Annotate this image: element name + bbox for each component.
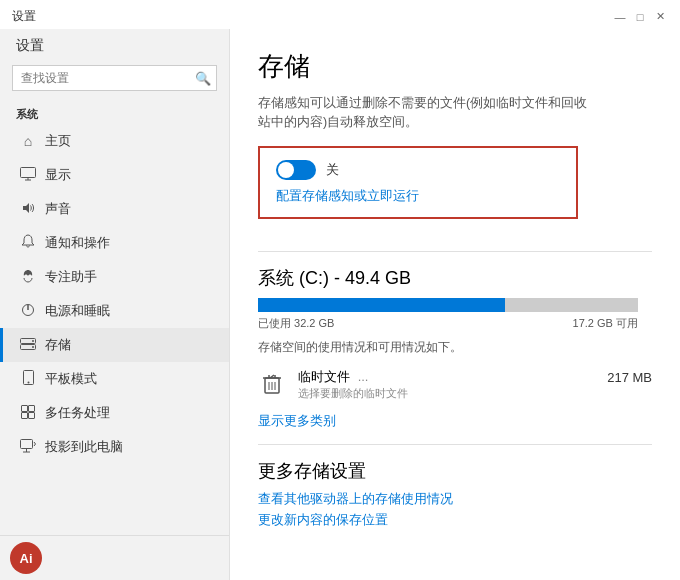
storage-used-label: 已使用 32.2 GB [258, 316, 334, 331]
temp-file-name: 临时文件 ... [298, 368, 595, 386]
sidebar-item-label: 显示 [45, 166, 71, 184]
storage-labels: 已使用 32.2 GB 17.2 GB 可用 [258, 316, 638, 331]
sound-icon [19, 201, 37, 218]
svg-rect-12 [22, 405, 28, 411]
power-icon [19, 303, 37, 320]
more-storage-title: 更多存储设置 [258, 459, 652, 483]
toggle-label: 关 [326, 161, 339, 179]
sidebar-item-label: 电源和睡眠 [45, 302, 110, 320]
svg-point-8 [32, 340, 34, 342]
svg-rect-13 [29, 405, 35, 411]
more-links: 查看其他驱动器上的存储使用情况 更改新内容的保存位置 [258, 491, 652, 529]
svg-marker-3 [23, 203, 29, 213]
sidebar-title: 设置 [0, 29, 229, 59]
sidebar-item-label: 存储 [45, 336, 71, 354]
sidebar-item-display[interactable]: 显示 [0, 158, 229, 192]
temp-file-sub: 选择要删除的临时文件 [298, 386, 595, 401]
temp-file-size: 217 MB [607, 370, 652, 385]
other-drives-link[interactable]: 查看其他驱动器上的存储使用情况 [258, 491, 652, 508]
storage-free-label: 17.2 GB 可用 [573, 316, 638, 331]
section-divider [258, 251, 652, 252]
sidebar-item-label: 通知和操作 [45, 234, 110, 252]
page-title: 存储 [258, 49, 652, 84]
sidebar-section-label: 系统 [0, 97, 229, 124]
toggle-row: 关 [276, 160, 560, 180]
sidebar-item-tablet[interactable]: 平板模式 [0, 362, 229, 396]
storage-sense-box: 关 配置存储感知或立即运行 [258, 146, 578, 219]
multitask-icon [19, 405, 37, 422]
storage-bar-container [258, 298, 638, 312]
storage-bar-used [258, 298, 505, 312]
toggle-knob [278, 162, 294, 178]
close-button[interactable]: ✕ [652, 9, 668, 25]
focus-icon [19, 269, 37, 286]
svg-rect-15 [29, 412, 35, 418]
sidebar-item-multitask[interactable]: 多任务处理 [0, 396, 229, 430]
display-icon [19, 167, 37, 184]
sidebar-item-label: 专注助手 [45, 268, 97, 286]
window-title: 设置 [12, 8, 36, 25]
svg-rect-14 [22, 412, 28, 418]
svg-point-11 [27, 382, 29, 384]
storage-icon [19, 337, 37, 353]
search-container: 🔍 [12, 65, 217, 91]
sidebar-item-storage[interactable]: 存储 [0, 328, 229, 362]
storage-desc: 存储空间的使用情况和可用情况如下。 [258, 339, 652, 356]
project-icon [19, 439, 37, 456]
search-icon: 🔍 [195, 71, 211, 86]
bottom-bar: Ai [0, 535, 229, 580]
storage-sense-toggle[interactable] [276, 160, 316, 180]
settings-window: 设置 — □ ✕ 设置 🔍 系统 ⌂ 主页 [0, 0, 680, 580]
temp-files-row: 临时文件 ... 选择要删除的临时文件 217 MB [258, 368, 652, 401]
avatar[interactable]: Ai [10, 542, 42, 574]
window-controls: — □ ✕ [612, 9, 668, 25]
config-link[interactable]: 配置存储感知或立即运行 [276, 189, 419, 203]
search-input[interactable] [12, 65, 217, 91]
temp-file-info: 临时文件 ... 选择要删除的临时文件 [298, 368, 595, 401]
more-section-divider [258, 444, 652, 445]
sidebar-item-power[interactable]: 电源和睡眠 [0, 294, 229, 328]
sidebar: 设置 🔍 系统 ⌂ 主页 显示 [0, 29, 230, 580]
notifications-icon [19, 234, 37, 252]
home-icon: ⌂ [19, 133, 37, 149]
minimize-button[interactable]: — [612, 9, 628, 25]
drive-title: 系统 (C:) - 49.4 GB [258, 266, 652, 290]
sidebar-item-label: 声音 [45, 200, 71, 218]
show-more-link[interactable]: 显示更多类别 [258, 413, 336, 430]
sidebar-item-label: 主页 [45, 132, 71, 150]
storage-description: 存储感知可以通过删除不需要的文件(例如临时文件和回收站中的内容)自动释放空间。 [258, 94, 598, 132]
sidebar-item-notifications[interactable]: 通知和操作 [0, 226, 229, 260]
title-bar: 设置 — □ ✕ [0, 0, 680, 29]
content-area: 设置 🔍 系统 ⌂ 主页 显示 [0, 29, 680, 580]
sidebar-item-sound[interactable]: 声音 [0, 192, 229, 226]
main-panel: 存储 存储感知可以通过删除不需要的文件(例如临时文件和回收站中的内容)自动释放空… [230, 29, 680, 580]
svg-rect-16 [21, 439, 33, 448]
svg-point-9 [32, 346, 34, 348]
sidebar-item-project[interactable]: 投影到此电脑 [0, 430, 229, 464]
maximize-button[interactable]: □ [632, 9, 648, 25]
sidebar-item-label: 平板模式 [45, 370, 97, 388]
sidebar-item-focus[interactable]: 专注助手 [0, 260, 229, 294]
sidebar-item-label: 多任务处理 [45, 404, 110, 422]
trash-icon [258, 370, 286, 398]
tablet-icon [19, 370, 37, 388]
save-location-link[interactable]: 更改新内容的保存位置 [258, 512, 652, 529]
sidebar-item-home[interactable]: ⌂ 主页 [0, 124, 229, 158]
svg-rect-0 [21, 167, 36, 177]
sidebar-item-label: 投影到此电脑 [45, 438, 123, 456]
